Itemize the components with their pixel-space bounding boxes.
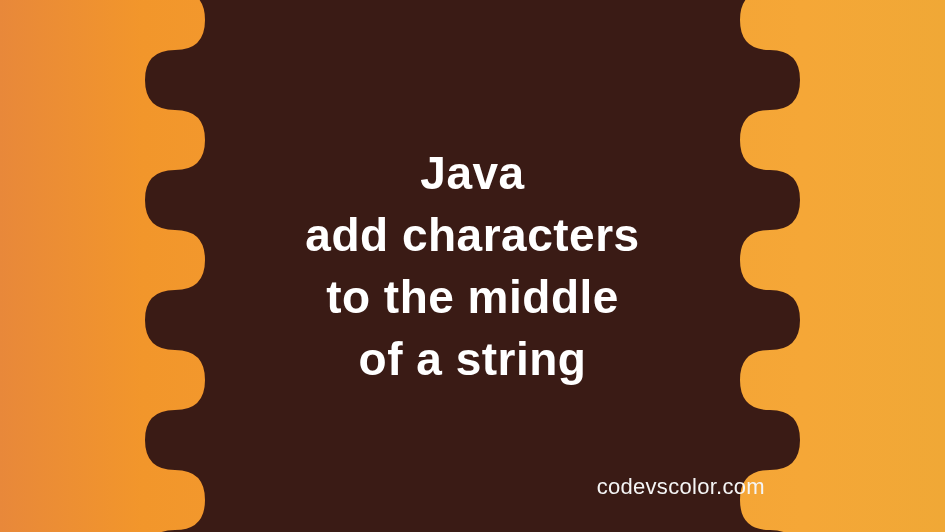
title-line-3: to the middle: [305, 266, 639, 328]
title-line-1: Java: [305, 142, 639, 204]
title-line-2: add characters: [305, 204, 639, 266]
banner-graphic: Java add characters to the middle of a s…: [0, 0, 945, 532]
attribution-text: codevscolor.com: [597, 474, 765, 500]
title-line-4: of a string: [305, 328, 639, 390]
title-text-block: Java add characters to the middle of a s…: [285, 142, 659, 390]
